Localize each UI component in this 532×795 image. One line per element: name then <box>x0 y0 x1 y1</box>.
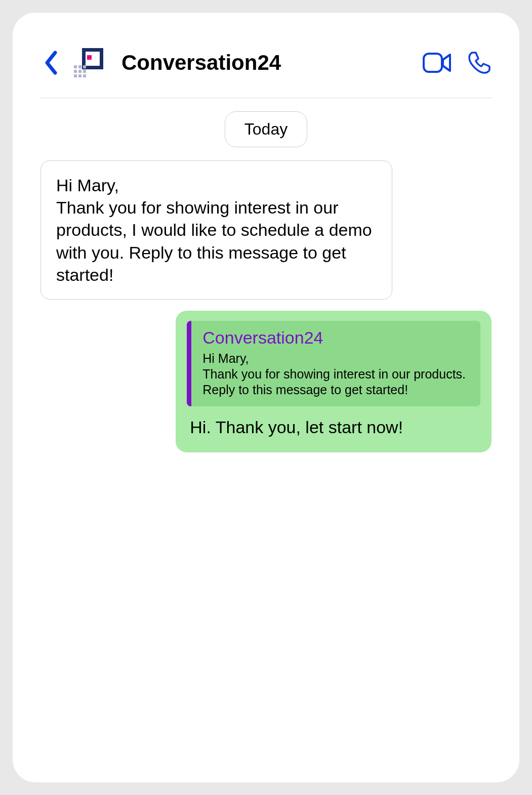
date-badge: Today <box>225 111 307 147</box>
reply-text: Hi. Thank you, let start now! <box>187 415 480 437</box>
video-call-button[interactable] <box>423 53 452 73</box>
chat-header: Conversation24 <box>13 13 519 98</box>
header-actions <box>423 51 492 75</box>
quoted-sender: Conversation24 <box>202 328 469 348</box>
message-list: Hi Mary, Thank you for showing interest … <box>13 160 519 452</box>
chat-screen: Conversation24 Today Hi Mary, Thank you … <box>0 0 532 795</box>
voice-call-button[interactable] <box>467 51 492 75</box>
incoming-message[interactable]: Hi Mary, Thank you for showing interest … <box>40 160 392 300</box>
svg-rect-0 <box>424 54 442 72</box>
app-logo-icon <box>74 48 103 77</box>
video-camera-icon <box>423 53 452 73</box>
outgoing-message[interactable]: Conversation24 Hi Mary, Thank you for sh… <box>176 311 492 452</box>
chat-title: Conversation24 <box>121 51 413 75</box>
phone-icon <box>467 51 492 75</box>
back-button[interactable] <box>40 48 61 77</box>
date-separator: Today <box>13 98 519 160</box>
chevron-left-icon <box>43 51 58 75</box>
quoted-message: Conversation24 Hi Mary, Thank you for sh… <box>187 321 480 406</box>
quoted-body: Hi Mary, Thank you for showing interest … <box>202 351 469 398</box>
